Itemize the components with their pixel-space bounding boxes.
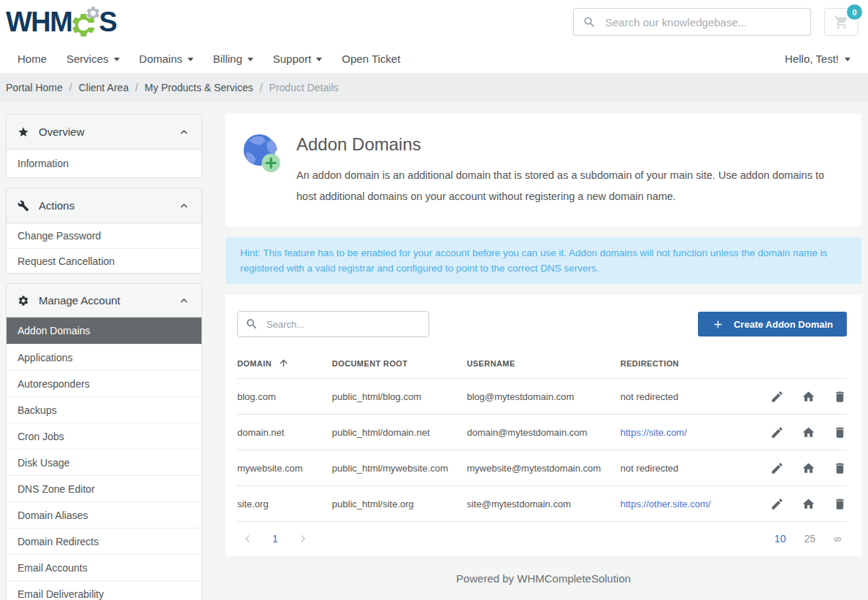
sidebar-panel-header-overview[interactable]: Overview [7,115,201,150]
logo-gear-icon [69,4,102,39]
nav-item-label: Billing [213,53,242,65]
nav-item-support[interactable]: Support [273,53,323,65]
cell-actions [753,486,847,522]
breadcrumb-item-my-products-services[interactable]: My Products & Services [145,82,253,93]
top-bar-right: 0 [573,8,859,36]
delete-button[interactable] [833,390,847,404]
edit-button[interactable] [770,497,784,511]
nav-item-domains[interactable]: Domains [139,53,193,65]
star-icon [18,126,29,138]
nav-item-label: Support [273,53,312,65]
next-page-button[interactable] [296,531,310,546]
delete-button[interactable] [833,426,847,439]
sidebar-item-autoresponders[interactable]: Autoresponders [7,370,201,396]
account-menu[interactable]: Hello, Test! [785,53,850,65]
sidebar-panel-header-manage-account[interactable]: Manage Account [7,284,201,318]
cell-domain: domain.net [237,415,332,450]
nav-item-label: Open Ticket [342,53,400,65]
breadcrumb-item-portal-home[interactable]: Portal Home [6,82,63,93]
sidebar-item-domain-aliases[interactable]: Domain Aliases [7,501,201,528]
home-icon [802,390,815,404]
sidebar-panel-header-actions[interactable]: Actions [7,188,201,223]
sidebar-item-addon-domains[interactable]: Addon Domains [7,318,201,344]
column-header-domain[interactable]: Domain [237,346,332,379]
sidebar-item-email-deliverability[interactable]: Email Deliverability [7,580,201,600]
cell-actions [753,450,847,486]
home-button[interactable] [802,426,815,439]
cell-redirection: not redirected [621,379,753,415]
panel-title: Overview [39,126,85,138]
chevron-down-icon [845,58,850,61]
sidebar-item-email-accounts[interactable]: Email Accounts [7,554,201,580]
delete-button[interactable] [833,461,847,475]
page-size-selector: 1025∞ [775,533,841,545]
redirection-link[interactable]: https://other.site.com/ [621,499,711,509]
nav-item-services[interactable]: Services [66,53,120,65]
knowledgebase-search-input[interactable] [604,15,802,29]
nav-item-label: Services [66,53,109,65]
delete-button[interactable] [833,497,847,511]
table-row-mywebsite-com: mywebsite.com public_html/mywebsite.com … [237,450,847,486]
home-button[interactable] [802,390,815,404]
sidebar-item-cron-jobs[interactable]: Cron Jobs [7,423,201,449]
column-header-document-root[interactable]: Document Root [332,346,467,379]
edit-button[interactable] [770,461,784,475]
home-icon [802,497,815,511]
sidebar-item-request-cancellation[interactable]: Request Cancellation [7,248,201,273]
addon-domains-table: DomainDocument RootUsernameRedirection b… [237,346,847,522]
trash-icon [833,461,847,475]
home-button[interactable] [802,497,815,511]
column-header-redirection[interactable]: Redirection [621,346,753,379]
create-addon-domain-button[interactable]: Create Addon Domain [698,312,847,336]
cell-username: domain@mytestdomain.com [466,415,620,450]
page-size-all[interactable]: ∞ [834,533,841,545]
whmcs-logo[interactable]: WHM S [6,4,116,39]
sidebar-panel-manage-account: Manage Account Addon DomainsApplications… [6,283,202,600]
nav-item-home[interactable]: Home [18,53,47,65]
column-label: Domain [237,359,272,368]
plus-icon [712,318,724,331]
addon-domains-globe-icon [241,133,285,177]
cell-redirection: https://site.com/ [621,415,753,450]
sort-ascending-icon [278,358,289,369]
chevron-down-icon [188,58,193,61]
sidebar-item-backups[interactable]: Backups [7,396,201,423]
powered-by-footer: Powered by WHMCompleteSolution [226,555,861,600]
column-header-username[interactable]: Username [466,346,620,379]
breadcrumb-separator: / [69,82,72,93]
sidebar-item-dns-zone-editor[interactable]: DNS Zone Editor [7,475,201,501]
pencil-icon [770,497,784,511]
table-row-blog-com: blog.com public_html/blog.com blog@mytes… [237,379,847,415]
whmcs-client-area-page: WHM S 0 HomeServicesDomainsBillingSuppor… [0,0,868,600]
home-button[interactable] [802,461,815,475]
redirection-link[interactable]: https://site.com/ [621,427,687,438]
table-row-site-org: site.org public_html/site.org site@mytes… [237,486,847,522]
cell-document-root: public_html/mywebsite.com [332,450,467,486]
table-search-input[interactable] [265,318,421,331]
breadcrumb-item-client-area[interactable]: Client Area [79,82,128,93]
previous-page-button[interactable] [240,531,255,546]
search-icon [245,318,258,331]
cell-domain: mywebsite.com [237,450,332,486]
sidebar-item-applications[interactable]: Applications [7,344,201,370]
pagination-pages: 1 [240,531,310,546]
sidebar-item-domain-redirects[interactable]: Domain Redirects [7,528,201,554]
nav-item-billing[interactable]: Billing [213,53,253,65]
sidebar-item-change-password[interactable]: Change Password [7,223,201,248]
shopping-cart-icon [834,15,849,30]
sidebar-item-information[interactable]: Information [7,150,201,177]
chevron-down-icon [247,58,253,61]
page-size-10[interactable]: 10 [775,533,786,545]
page-size-25[interactable]: 25 [804,533,815,545]
table-toolbar: Create Addon Domain [237,311,847,337]
breadcrumb-separator: / [135,82,138,93]
addon-domains-table-card: Create Addon Domain DomainDocument RootU… [226,295,861,555]
nav-item-open-ticket[interactable]: Open Ticket [342,53,400,65]
sidebar-item-disk-usage[interactable]: Disk Usage [7,449,201,475]
chevron-down-icon [316,58,322,61]
knowledgebase-search [573,8,811,36]
edit-button[interactable] [770,390,784,404]
page-number-1[interactable]: 1 [272,533,278,545]
cart-button[interactable]: 0 [824,8,859,36]
edit-button[interactable] [770,426,784,439]
